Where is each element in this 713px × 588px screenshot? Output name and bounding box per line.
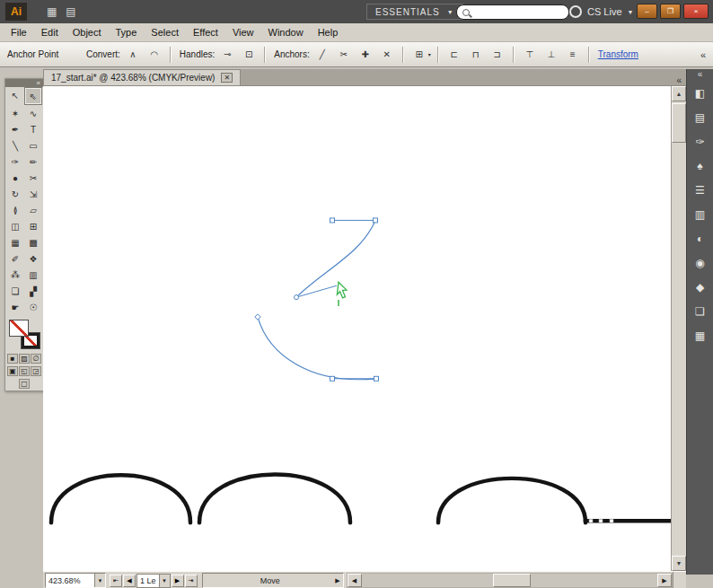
show-handles-icon[interactable]: ⊸ xyxy=(218,47,236,63)
next-artboard-button[interactable]: ▶ xyxy=(172,575,184,587)
blend-tool[interactable]: ❖ xyxy=(24,250,42,267)
anchor-point[interactable] xyxy=(374,218,378,223)
draw-inside-button[interactable]: ◲ xyxy=(31,366,41,376)
collapse-dock-icon[interactable]: « xyxy=(700,49,706,60)
lasso-tool[interactable]: ∿ xyxy=(24,105,42,121)
workspace-switcher-button[interactable]: ESSENTIALS ▼ xyxy=(366,4,463,20)
search-input[interactable] xyxy=(474,7,563,18)
chevron-down-icon[interactable]: ▼ xyxy=(94,574,105,587)
menu-window[interactable]: Window xyxy=(261,25,311,39)
eyedropper-tool[interactable]: ✐ xyxy=(6,250,24,267)
artboard-tool[interactable]: ❏ xyxy=(6,283,24,299)
menu-effect[interactable]: Effect xyxy=(186,25,225,39)
magic-wand-tool[interactable]: ✶ xyxy=(6,105,24,121)
tab-overflow-icon[interactable]: « xyxy=(672,75,686,85)
convert-to-smooth-icon[interactable]: ◠ xyxy=(145,47,163,63)
scroll-left-icon[interactable]: ◀ xyxy=(348,574,362,587)
artboard-select[interactable]: 1 Le ▼ xyxy=(136,574,171,588)
vertical-scrollbar[interactable]: ▲ ▼ xyxy=(671,86,686,571)
rectangle-tool[interactable]: ▭ xyxy=(24,137,42,154)
handle-end-point[interactable] xyxy=(255,314,260,320)
vertical-scroll-thumb[interactable] xyxy=(672,103,686,143)
previous-artboard-button[interactable]: ◀ xyxy=(123,575,136,587)
align-right-icon[interactable]: ⊐ xyxy=(489,47,506,63)
panel-options-icon[interactable]: ⊞ xyxy=(410,47,428,63)
connect-anchors-icon[interactable]: ✚ xyxy=(356,47,374,63)
distribute-bottom-icon[interactable]: ≡ xyxy=(564,47,582,63)
symbol-sprayer-tool[interactable]: ⁂ xyxy=(6,267,24,283)
column-graph-tool[interactable]: ▥ xyxy=(24,267,42,283)
stroke-panel-icon[interactable]: ☰ xyxy=(691,181,710,199)
appearance-panel-icon[interactable]: ◉ xyxy=(691,254,710,272)
shape-builder-tool[interactable]: ◫ xyxy=(6,218,24,234)
anchor-point[interactable] xyxy=(589,519,593,522)
close-tab-icon[interactable]: ✕ xyxy=(221,73,233,83)
perspective-grid-tool[interactable]: ⊞ xyxy=(24,218,42,234)
gradient-tool[interactable]: ▩ xyxy=(24,234,42,250)
scissors-tool[interactable]: ✂ xyxy=(24,170,42,186)
pen-tool[interactable]: ✒ xyxy=(6,121,24,137)
artwork-path[interactable] xyxy=(199,474,350,522)
selection-tool[interactable]: ↖ xyxy=(6,87,24,103)
hand-tool[interactable]: ☛ xyxy=(6,299,24,315)
screen-mode-button[interactable]: ▢ xyxy=(19,379,30,389)
isolate-selection-icon[interactable]: ✕ xyxy=(378,47,396,63)
transform-link[interactable]: Transform xyxy=(598,49,638,59)
close-button[interactable]: × xyxy=(683,4,709,19)
menu-select[interactable]: Select xyxy=(144,25,186,39)
paintbrush-tool[interactable]: ✑ xyxy=(6,154,24,170)
fill-color-swatch[interactable] xyxy=(9,320,29,337)
artwork-path[interactable] xyxy=(51,475,190,522)
anchor-point[interactable] xyxy=(330,218,335,223)
document-tab[interactable]: 17_start.ai* @ 423.68% (CMYK/Preview) ✕ xyxy=(43,69,241,85)
arrange-documents-icon[interactable]: ▤ xyxy=(66,4,75,19)
menu-type[interactable]: Type xyxy=(109,25,145,39)
menu-help[interactable]: Help xyxy=(311,25,346,39)
anchor-point[interactable] xyxy=(330,376,335,381)
blob-brush-tool[interactable]: ● xyxy=(6,170,24,186)
rotate-tool[interactable]: ↻ xyxy=(6,186,24,202)
cut-path-icon[interactable]: ✂ xyxy=(335,47,353,63)
zoom-tool[interactable]: ☉ xyxy=(24,299,42,315)
gradient-panel-icon[interactable]: ▥ xyxy=(691,206,710,224)
brushes-panel-icon[interactable]: ✑ xyxy=(691,133,710,151)
smooth-anchor-point[interactable] xyxy=(295,295,299,300)
canvas[interactable]: ▲ ▼ xyxy=(43,86,686,571)
expand-panels-icon[interactable]: « xyxy=(687,69,713,80)
anchor-point[interactable] xyxy=(599,519,603,522)
maximize-button[interactable]: ❐ xyxy=(660,4,681,19)
graphic-styles-panel-icon[interactable]: ◆ xyxy=(691,278,710,296)
scroll-down-icon[interactable]: ▼ xyxy=(672,556,686,571)
minimize-button[interactable]: – xyxy=(637,4,657,19)
scroll-up-icon[interactable]: ▲ xyxy=(672,86,686,101)
remove-anchor-icon[interactable]: ╱ xyxy=(313,47,331,63)
width-tool[interactable]: ≬ xyxy=(6,202,24,218)
menu-edit[interactable]: Edit xyxy=(34,25,66,39)
scroll-right-icon[interactable]: ▶ xyxy=(657,574,672,587)
menu-view[interactable]: View xyxy=(225,25,261,39)
color-button[interactable]: ■ xyxy=(7,354,18,364)
draw-behind-button[interactable]: ◱ xyxy=(19,366,30,376)
distribute-middle-icon[interactable]: ⊥ xyxy=(542,47,560,63)
tools-panel-grip[interactable]: « xyxy=(5,79,43,87)
artboards-panel-icon[interactable]: ▦ xyxy=(691,327,710,345)
free-transform-tool[interactable]: ▱ xyxy=(24,202,42,218)
swatches-panel-icon[interactable]: ▤ xyxy=(691,109,710,127)
last-artboard-button[interactable]: ⇥ xyxy=(185,575,198,587)
vertical-scroll-track[interactable] xyxy=(672,101,686,556)
align-center-icon[interactable]: ⊓ xyxy=(467,47,485,63)
none-button[interactable]: ∅ xyxy=(31,354,41,364)
convert-to-corner-icon[interactable]: ∧ xyxy=(124,47,142,63)
horizontal-scroll-thumb[interactable] xyxy=(493,574,531,587)
line-segment-tool[interactable]: ╲ xyxy=(6,137,24,154)
draw-normal-button[interactable]: ▣ xyxy=(7,366,18,376)
distribute-top-icon[interactable]: ⊤ xyxy=(521,47,539,63)
artwork-path[interactable] xyxy=(438,478,585,522)
pencil-tool[interactable]: ✏ xyxy=(24,154,42,170)
mesh-tool[interactable]: ▦ xyxy=(6,234,24,250)
chevron-down-icon[interactable]: ▼ xyxy=(159,575,170,587)
status-field[interactable]: Move ▶ xyxy=(202,573,344,588)
search-box[interactable] xyxy=(456,4,569,20)
transparency-panel-icon[interactable]: ◐ xyxy=(691,230,710,248)
hide-handles-icon[interactable]: ⊡ xyxy=(240,47,258,63)
